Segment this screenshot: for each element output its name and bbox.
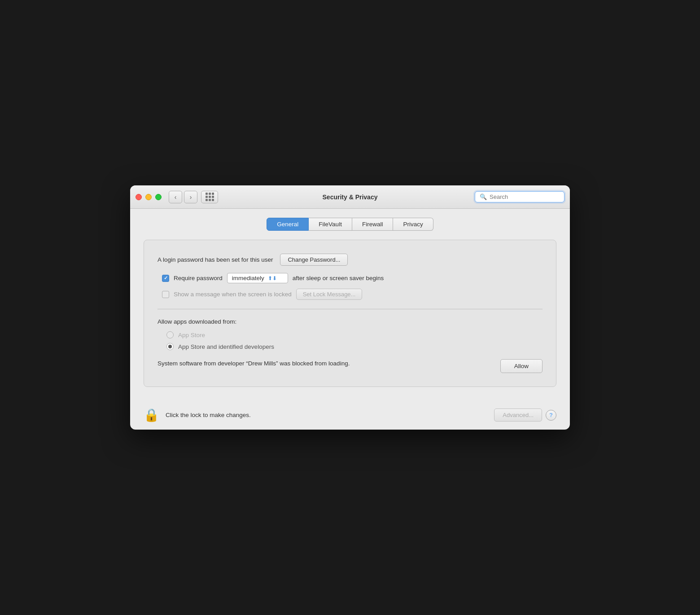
radio-app-store[interactable]: App Store [166, 331, 542, 338]
search-icon: 🔍 [480, 193, 487, 200]
lock-message-row: Show a message when the screen is locked… [162, 289, 542, 300]
fullscreen-button[interactable] [155, 194, 162, 200]
close-button[interactable] [136, 194, 142, 200]
tab-privacy[interactable]: Privacy [393, 218, 433, 231]
allow-apps-title: Allow apps downloaded from: [158, 318, 542, 325]
app-store-label: App Store [178, 332, 205, 338]
app-store-identified-label: App Store and identified developers [178, 343, 274, 350]
dropdown-arrows-icon: ⬆⬇ [268, 275, 277, 281]
tabs: General FileVault Firewall Privacy [144, 218, 556, 231]
back-button[interactable]: ‹ [169, 191, 182, 203]
lock-text: Click the lock to make changes. [166, 412, 251, 418]
window-title: Security & Privacy [323, 193, 378, 201]
require-password-checkbox[interactable] [162, 275, 169, 282]
password-set-label: A login password has been set for this u… [158, 256, 273, 263]
minimize-button[interactable] [145, 194, 152, 200]
help-button[interactable]: ? [546, 410, 556, 421]
main-panel: A login password has been set for this u… [144, 240, 556, 387]
forward-button[interactable]: › [184, 191, 197, 203]
password-section: A login password has been set for this u… [158, 254, 542, 300]
traffic-lights [136, 194, 162, 200]
lock-icon[interactable]: 🔒 [144, 408, 159, 422]
bottom-bar: 🔒 Click the lock to make changes. Advanc… [130, 400, 570, 430]
app-store-radio[interactable] [166, 331, 174, 338]
search-input[interactable] [490, 193, 560, 200]
change-password-button[interactable]: Change Password... [280, 254, 348, 266]
password-timing-dropdown[interactable]: immediately ⬆⬇ [227, 273, 288, 283]
section-divider [158, 309, 542, 309]
search-bar[interactable]: 🔍 [475, 191, 564, 202]
dropdown-value: immediately [232, 275, 264, 281]
bottom-right: Advanced... ? [494, 409, 556, 422]
radio-app-store-identified[interactable]: App Store and identified developers [166, 343, 542, 350]
tab-general[interactable]: General [267, 218, 309, 231]
blocked-section: System software from developer “Drew Mil… [158, 359, 542, 373]
tab-firewall[interactable]: Firewall [352, 218, 394, 231]
require-password-row: Require password immediately ⬆⬇ after sl… [162, 273, 542, 283]
require-password-label-after: after sleep or screen saver begins [293, 275, 384, 281]
grid-icon [206, 193, 214, 201]
allow-button[interactable]: Allow [500, 359, 542, 373]
lock-message-checkbox[interactable] [162, 291, 169, 298]
content: General FileVault Firewall Privacy A log… [130, 209, 570, 400]
allow-apps-section: Allow apps downloaded from: App Store Ap… [158, 318, 542, 350]
advanced-button[interactable]: Advanced... [494, 409, 542, 422]
tab-filevault[interactable]: FileVault [309, 218, 352, 231]
window: ‹ › Security & Privacy 🔍 General FileVau… [130, 185, 570, 430]
set-lock-message-button[interactable]: Set Lock Message... [296, 289, 363, 300]
blocked-text: System software from developer “Drew Mil… [158, 359, 350, 368]
app-store-identified-radio[interactable] [166, 343, 174, 350]
titlebar: ‹ › Security & Privacy 🔍 [130, 185, 570, 209]
grid-button[interactable] [201, 191, 218, 203]
lock-message-label: Show a message when the screen is locked [174, 291, 292, 298]
password-row: A login password has been set for this u… [158, 254, 542, 266]
require-password-label-before: Require password [174, 275, 223, 281]
nav-buttons: ‹ › [169, 191, 197, 203]
